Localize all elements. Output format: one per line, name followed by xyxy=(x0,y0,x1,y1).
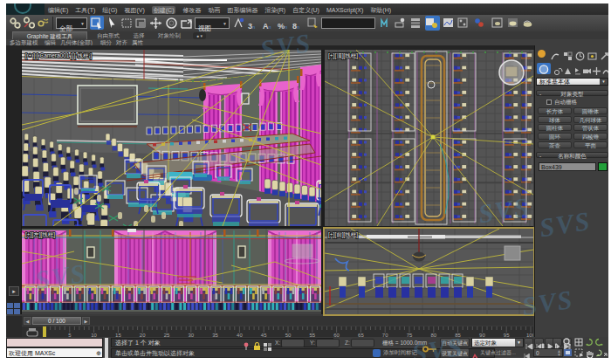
svg-text:[ + ] [ Camera001 ] [ 线框 ]: [ + ] [ Camera001 ] [ 线框 ] xyxy=(25,52,92,59)
svg-text:[+][顶][线框]: [+][顶][线框] xyxy=(328,52,358,59)
svg-text:[+][前][线框]: [+][前][线框] xyxy=(328,231,358,238)
svg-text:[+][左][线框]: [+][左][线框] xyxy=(25,231,55,238)
